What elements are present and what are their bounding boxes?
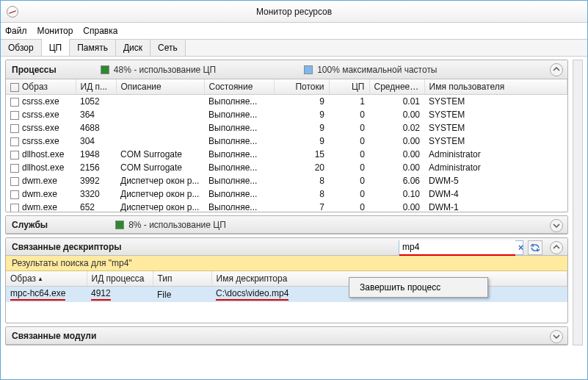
- handle-name: C:\docs\video.mp4: [216, 288, 288, 301]
- legend-max-freq: 100% максимальной частоты: [304, 65, 437, 75]
- row-checkbox[interactable]: [10, 111, 19, 120]
- menu-file[interactable]: Файл: [5, 26, 27, 36]
- table-row[interactable]: csrss.exe1052Выполняе...910.01SYSTEM: [6, 95, 567, 109]
- tab-network[interactable]: Сеть: [150, 40, 186, 56]
- tab-overview[interactable]: Обзор: [1, 40, 42, 56]
- panel-modules-title: Связанные модули: [12, 331, 96, 341]
- col-desc[interactable]: Описание: [116, 79, 204, 95]
- hcol-image[interactable]: Образ▲: [6, 271, 87, 287]
- table-row[interactable]: dwm.exe3992Диспетчер окон р...Выполняе..…: [6, 174, 567, 187]
- panel-handles-header[interactable]: Связанные дескрипторы ×: [6, 238, 567, 256]
- collapse-processes-icon[interactable]: [550, 63, 563, 76]
- row-checkbox[interactable]: [10, 190, 19, 199]
- table-row[interactable]: dwm.exe652Диспетчер окон р...Выполняе...…: [6, 201, 567, 212]
- panel-services: Службы 8% - использование ЦП: [5, 215, 568, 234]
- legend-cpu-usage: 48% - использование ЦП: [101, 65, 216, 75]
- col-avg[interactable]: Среднее д...: [369, 79, 424, 95]
- search-results-label: Результаты поиска для "mp4": [6, 256, 567, 271]
- row-checkbox[interactable]: [10, 98, 19, 107]
- tab-cpu[interactable]: ЦП: [42, 39, 70, 56]
- row-checkbox[interactable]: [10, 177, 19, 186]
- handle-type: File: [153, 287, 211, 303]
- col-pid[interactable]: ИД п...: [76, 79, 116, 95]
- panel-modules: Связанные модули: [5, 326, 568, 345]
- window-title: Монитор ресурсов: [256, 7, 332, 17]
- search-handles-wrap: ×: [399, 240, 523, 255]
- expand-services-icon[interactable]: [550, 219, 563, 232]
- tab-bar: Обзор ЦП Память Диск Сеть: [1, 39, 587, 57]
- row-checkbox[interactable]: [10, 164, 19, 173]
- checkbox-all[interactable]: [10, 83, 19, 92]
- panel-services-title: Службы: [12, 220, 48, 230]
- context-menu: Завершить процесс: [349, 277, 488, 298]
- col-cpu[interactable]: ЦП: [329, 79, 369, 95]
- hcol-pid[interactable]: ИД процесса: [87, 271, 153, 287]
- menubar: Файл Монитор Справка: [1, 23, 587, 39]
- legend-services-cpu: 8% - использование ЦП: [115, 220, 226, 230]
- col-threads[interactable]: Потоки: [274, 79, 329, 95]
- titlebar: Монитор ресурсов: [1, 1, 587, 23]
- handle-image: mpc-hc64.exe: [10, 288, 65, 301]
- hcol-type[interactable]: Тип: [153, 271, 211, 287]
- table-row[interactable]: csrss.exe364Выполняе...900.00SYSTEM: [6, 108, 567, 121]
- panel-handles-title: Связанные дескрипторы: [12, 242, 122, 252]
- col-image[interactable]: Образ: [6, 79, 76, 95]
- collapse-handles-icon[interactable]: [550, 241, 563, 254]
- row-checkbox[interactable]: [10, 151, 19, 159]
- panel-handles: Связанные дескрипторы × Результаты поиск…: [5, 237, 568, 323]
- sort-asc-icon: ▲: [37, 276, 43, 282]
- side-graph-pane: [573, 60, 583, 345]
- expand-modules-icon[interactable]: [550, 330, 563, 343]
- app-icon: [7, 6, 18, 18]
- tab-disk[interactable]: Диск: [116, 40, 150, 56]
- panel-modules-header[interactable]: Связанные модули: [6, 327, 567, 345]
- panel-processes-header[interactable]: Процессы 48% - использование ЦП 100% мак…: [6, 60, 567, 79]
- refresh-search-icon[interactable]: [528, 240, 542, 255]
- panel-processes: Процессы 48% - использование ЦП 100% мак…: [5, 60, 568, 212]
- row-checkbox[interactable]: [10, 124, 19, 133]
- panel-services-header[interactable]: Службы 8% - использование ЦП: [6, 216, 567, 234]
- clear-search-icon[interactable]: ×: [515, 243, 526, 253]
- blue-square-icon: [304, 65, 313, 74]
- processes-table: Образ ИД п... Описание Состояние Потоки …: [6, 79, 567, 212]
- green-square-icon: [115, 221, 124, 229]
- handle-pid: 4912: [91, 288, 111, 301]
- menu-monitor[interactable]: Монитор: [37, 26, 73, 36]
- col-state[interactable]: Состояние: [204, 79, 274, 95]
- table-row[interactable]: dwm.exe3320Диспетчер окон р...Выполняе..…: [6, 187, 567, 201]
- search-handles-input[interactable]: [399, 240, 515, 254]
- context-end-process[interactable]: Завершить процесс: [349, 278, 487, 297]
- panel-processes-title: Процессы: [12, 65, 57, 75]
- row-checkbox[interactable]: [10, 204, 19, 212]
- tab-memory[interactable]: Память: [70, 40, 116, 56]
- table-row[interactable]: csrss.exe4688Выполняе...900.02SYSTEM: [6, 121, 567, 135]
- row-checkbox[interactable]: [10, 137, 19, 146]
- menu-help[interactable]: Справка: [83, 26, 117, 36]
- green-square-icon: [101, 65, 109, 74]
- table-row[interactable]: dllhost.exe2156COM SurrogateВыполняе...2…: [6, 161, 567, 174]
- col-user[interactable]: Имя пользователя: [424, 79, 567, 95]
- table-row[interactable]: csrss.exe304Выполняе...900.00SYSTEM: [6, 135, 567, 148]
- table-row[interactable]: dllhost.exe1948COM SurrogateВыполняе...1…: [6, 148, 567, 161]
